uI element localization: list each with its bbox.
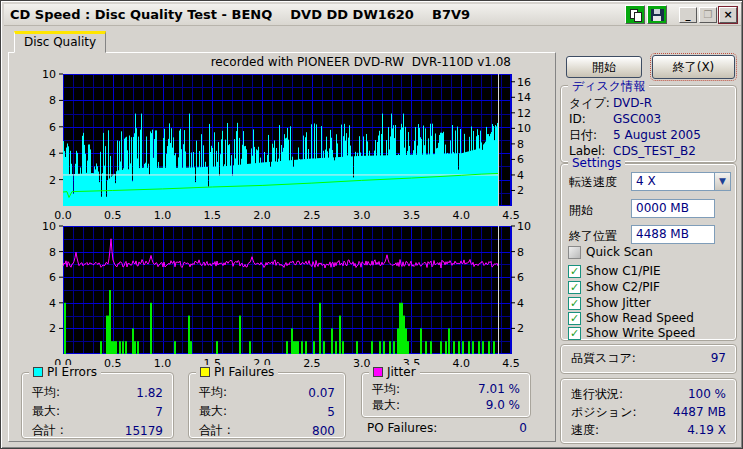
jitter-legend-label: Jitter (387, 365, 416, 379)
svg-text:1.5: 1.5 (204, 209, 222, 219)
recorded-with-label: recorded with PIONEER DVD-RW DVR-110D v1… (161, 55, 511, 69)
checkbox-row-show-c1-pie[interactable]: ✓ Show C1/PIE (568, 264, 661, 278)
maximize-button[interactable]: ❐ (699, 7, 717, 23)
max-label: 最大: (199, 403, 227, 420)
avg-value: 1.82 (136, 386, 163, 400)
progress-label: 進行状況: (571, 386, 623, 403)
svg-text:6: 6 (49, 121, 56, 134)
svg-text:10: 10 (517, 220, 531, 233)
svg-text:8: 8 (49, 94, 56, 107)
svg-text:8: 8 (517, 138, 524, 151)
position-label: ポジション: (571, 404, 636, 421)
svg-text:2: 2 (49, 322, 56, 335)
max-value: 5 (327, 405, 335, 419)
end-position-label: 終了位置 (569, 228, 617, 245)
speed-label: 転送速度 (569, 174, 617, 191)
save-icon (651, 9, 664, 21)
svg-text:2: 2 (517, 184, 524, 197)
settings-title: Settings (572, 156, 621, 170)
disc-date-value: 5 August 2005 (613, 128, 701, 142)
start-position-field[interactable]: 0000 MB (631, 199, 715, 218)
svg-text:1.0: 1.0 (154, 209, 172, 219)
checkbox-row-show-write-speed[interactable]: ✓ Show Write Speed (568, 326, 695, 340)
start-position-label: 開始 (569, 202, 593, 219)
max-label: 最大: (372, 397, 400, 414)
app-window: CD Speed : Disc Quality Test - BENQ DVD … (0, 0, 743, 449)
svg-text:3.5: 3.5 (403, 209, 421, 219)
show-read-speed-label: Show Read Speed (586, 311, 694, 325)
disc-info-title: ディスク情報 (572, 78, 645, 95)
copy-button[interactable] (625, 5, 645, 24)
avg-label: 平均: (199, 384, 227, 401)
svg-text:14: 14 (517, 91, 531, 104)
avg-label: 平均: (372, 381, 400, 398)
show-c2-pif-label: Show C2/PIF (586, 280, 660, 294)
avg-value: 7.01 % (478, 382, 520, 396)
exit-button[interactable]: 終了(X) (652, 55, 735, 79)
show-write-speed-label: Show Write Speed (586, 326, 695, 340)
svg-text:4: 4 (49, 147, 56, 160)
close-button[interactable]: × (719, 7, 737, 23)
title-bar: CD Speed : Disc Quality Test - BENQ DVD … (4, 4, 741, 26)
quick-scan-checkbox[interactable] (568, 246, 581, 259)
svg-text:0.0: 0.0 (54, 209, 72, 219)
chevron-down-icon[interactable]: ▼ (714, 172, 731, 191)
pi-failures-legend-swatch (200, 367, 210, 377)
max-value: 9.0 % (486, 398, 520, 412)
pi-failures-legend-label: PI Failures (214, 365, 274, 379)
tab-disc-quality[interactable]: Disc Quality (14, 31, 106, 53)
disc-id-value: GSC003 (613, 112, 661, 126)
po-failures-label: PO Failures: (367, 421, 437, 435)
svg-text:6: 6 (517, 153, 524, 166)
checkbox-row-show-c2-pif[interactable]: ✓ Show C2/PIF (568, 280, 660, 294)
svg-text:3.0: 3.0 (353, 209, 371, 219)
svg-text:4.0: 4.0 (452, 209, 470, 219)
svg-text:8: 8 (517, 246, 524, 259)
quality-score-value: 97 (711, 351, 726, 365)
quick-scan-label: Quick Scan (586, 245, 653, 259)
show-jitter-label: Show Jitter (586, 296, 651, 310)
position-value: 4487 MB (673, 405, 726, 419)
disc-id-label: ID: (569, 112, 613, 126)
minimize-button[interactable]: _ (679, 7, 697, 23)
show-write-speed-checkbox[interactable]: ✓ (568, 327, 581, 340)
pi-errors-stats-box: PI Errors 平均:1.82 最大:7 合計 :15179 (21, 372, 174, 439)
save-button[interactable] (647, 5, 667, 24)
end-position-field[interactable]: 4488 MB (631, 225, 715, 244)
svg-text:2: 2 (49, 174, 56, 187)
svg-text:10: 10 (42, 220, 56, 233)
total-label: 合計 : (199, 422, 231, 439)
show-c1-pie-checkbox[interactable]: ✓ (568, 265, 581, 278)
jitter-legend-swatch (373, 367, 383, 377)
speed-combobox[interactable]: 4 X ▼ (631, 172, 731, 191)
pi-failures-stats-box: PI Failures 平均:0.07 最大:5 合計 :800 (188, 372, 346, 439)
show-c1-pie-label: Show C1/PIE (586, 264, 661, 278)
svg-text:2.5: 2.5 (303, 209, 321, 219)
svg-text:0.5: 0.5 (104, 209, 122, 219)
max-value: 7 (155, 405, 163, 419)
svg-text:10: 10 (517, 122, 531, 135)
quality-score-label: 品質スコア: (571, 350, 636, 367)
svg-text:8: 8 (49, 246, 56, 259)
progress-box: 進行状況:100 % ポジション:4487 MB 速度:4.19 X (560, 378, 737, 444)
svg-text:4: 4 (517, 169, 524, 182)
show-jitter-checkbox[interactable]: ✓ (568, 297, 581, 310)
max-label: 最大: (32, 403, 60, 420)
svg-text:4: 4 (49, 297, 56, 310)
svg-text:4.5: 4.5 (502, 357, 520, 369)
jitter-stats-box: Jitter 平均:7.01 % 最大:9.0 % (361, 372, 531, 418)
pi-errors-chart: 2468102468101214160.00.51.01.52.02.53.03… (29, 65, 546, 219)
po-failures-value: 0 (519, 421, 527, 435)
quality-score-box: 品質スコア: 97 (560, 344, 737, 374)
pi-errors-legend-label: PI Errors (47, 365, 97, 379)
svg-text:10: 10 (42, 68, 56, 81)
checkbox-row-quick-scan[interactable]: Quick Scan (568, 245, 653, 259)
total-label: 合計 : (32, 422, 64, 439)
show-read-speed-checkbox[interactable]: ✓ (568, 312, 581, 325)
total-value: 800 (312, 424, 335, 438)
start-button[interactable]: 開始 (566, 56, 642, 78)
checkbox-row-show-read-speed[interactable]: ✓ Show Read Speed (568, 311, 694, 325)
checkbox-row-show-jitter[interactable]: ✓ Show Jitter (568, 296, 651, 310)
show-c2-pif-checkbox[interactable]: ✓ (568, 281, 581, 294)
pif-jitter-chart: 2468102468100.00.51.01.52.02.53.03.54.04… (29, 219, 546, 369)
